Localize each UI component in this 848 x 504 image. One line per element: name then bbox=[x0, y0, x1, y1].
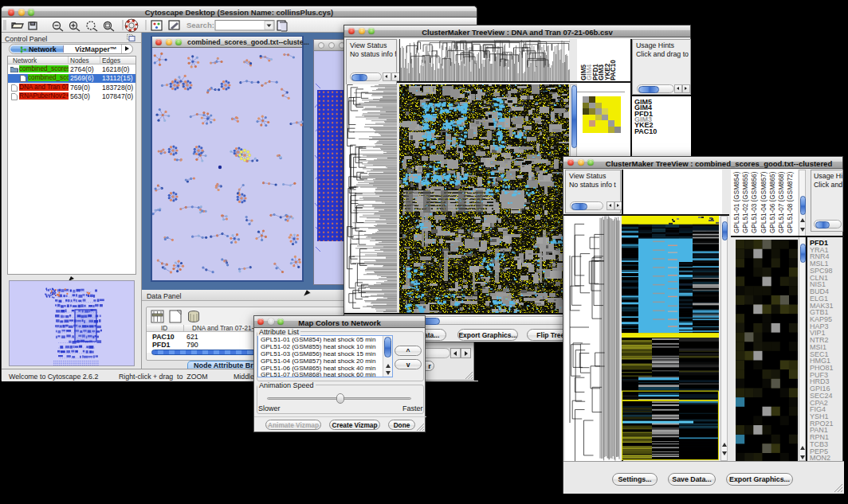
svg-text:Search:: Search: bbox=[186, 21, 214, 29]
